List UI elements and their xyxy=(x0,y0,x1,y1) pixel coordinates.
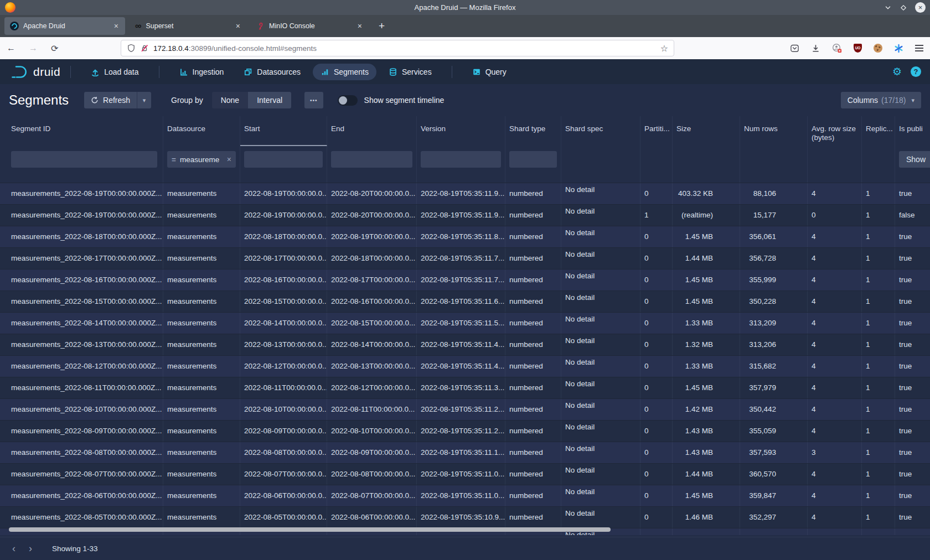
refresh-dropdown-button[interactable]: ▾ xyxy=(137,92,151,108)
druid-logo[interactable]: druid xyxy=(10,64,60,80)
col-header-end[interactable]: End xyxy=(327,116,417,146)
cell-datasource: measurements xyxy=(163,399,240,420)
table-row[interactable]: measurements_2022-08-09T00:00:00.000Z...… xyxy=(0,420,930,442)
datasource-filter-input[interactable]: = measureme × xyxy=(167,151,236,168)
table-row[interactable]: measurements_2022-08-16T00:00:00.000Z...… xyxy=(0,269,930,291)
cell-size: 1.45 MB xyxy=(673,226,740,247)
table-filter-row: = measureme × Show xyxy=(0,146,930,183)
col-header-partition[interactable]: Partiti... xyxy=(640,116,673,146)
cell-shard-type: numbered xyxy=(505,421,561,442)
tab-superset[interactable]: ∞ Superset × xyxy=(130,17,247,35)
start-filter-input[interactable] xyxy=(244,151,323,168)
cell-replicas: 1 xyxy=(862,183,895,204)
table-row[interactable]: measurements_2022-08-19T00:00:00.000Z...… xyxy=(0,204,930,226)
col-header-datasource[interactable]: Datasource xyxy=(163,116,240,146)
col-header-version[interactable]: Version xyxy=(417,116,505,146)
cell-shard-spec: No detail xyxy=(561,507,640,528)
columns-button[interactable]: Columns (17/18) ▾ xyxy=(841,92,921,108)
next-page-button[interactable]: › xyxy=(22,543,39,554)
new-tab-button[interactable]: + xyxy=(373,20,390,32)
tab-close-icon[interactable]: × xyxy=(356,22,363,30)
segment-timeline-toggle[interactable] xyxy=(338,95,358,106)
table-row[interactable]: measurements_2022-08-13T00:00:00.000Z...… xyxy=(0,334,930,355)
nav-item-datasources[interactable]: Datasources xyxy=(236,64,308,80)
group-by-interval-button[interactable]: Interval xyxy=(248,92,291,108)
segment-id-filter-input[interactable] xyxy=(11,151,157,168)
insecure-lock-icon[interactable] xyxy=(140,44,149,53)
table-row[interactable]: measurements_2022-08-19T00:00:00.000Z...… xyxy=(0,183,930,204)
extension-asterisk-icon[interactable] xyxy=(894,44,903,53)
cell-shard-spec: No detail xyxy=(561,485,640,506)
version-filter-input[interactable] xyxy=(421,151,501,168)
reload-button[interactable]: ⟳ xyxy=(44,43,65,54)
table-row[interactable]: measurements_2022-08-12T00:00:00.000Z...… xyxy=(0,355,930,377)
cell-size xyxy=(673,528,740,535)
horizontal-scrollbar[interactable] xyxy=(9,527,611,532)
forward-button[interactable]: → xyxy=(22,43,44,53)
tab-close-icon[interactable]: × xyxy=(113,22,120,30)
nav-item-services[interactable]: Services xyxy=(381,64,440,80)
download-icon[interactable] xyxy=(811,44,820,53)
tab-minio-console[interactable]: MinIO Console × xyxy=(251,17,369,35)
shard-type-filter-input[interactable] xyxy=(509,151,557,168)
table-row[interactable]: measurements_2022-08-18T00:00:00.000Z...… xyxy=(0,226,930,247)
cookie-extension-icon[interactable] xyxy=(874,44,882,53)
nav-item-query[interactable]: Query xyxy=(464,64,514,80)
prev-page-button[interactable]: ‹ xyxy=(6,543,22,554)
tab-close-icon[interactable]: × xyxy=(235,22,241,30)
url-bar[interactable]: 172.18.0.4:30899/unified-console.html#se… xyxy=(121,40,674,56)
druid-favicon xyxy=(10,22,19,30)
cell-shard-type: numbered xyxy=(505,507,561,528)
help-icon[interactable]: ? xyxy=(911,66,921,77)
col-header-is-published[interactable]: Is publi xyxy=(895,116,930,146)
col-header-avg-row-size[interactable]: Avg. row size (bytes) xyxy=(808,116,862,146)
minimize-icon[interactable] xyxy=(884,4,892,12)
back-button[interactable]: ← xyxy=(0,43,22,53)
col-header-segment-id[interactable]: Segment ID xyxy=(0,116,163,146)
more-options-button[interactable]: ••• xyxy=(304,92,323,108)
col-header-replicas[interactable]: Replic... xyxy=(862,116,895,146)
settings-gear-icon[interactable]: ⚙ xyxy=(892,65,902,78)
cell-num-rows: 357,593 xyxy=(740,442,808,463)
table-row[interactable]: measurements_2022-08-08T00:00:00.000Z...… xyxy=(0,442,930,463)
col-header-size[interactable]: Size xyxy=(673,116,740,146)
maximize-icon[interactable] xyxy=(900,4,907,12)
nav-item-segments[interactable]: Segments xyxy=(313,64,376,80)
table-row[interactable]: measurements_2022-08-11T00:00:00.000Z...… xyxy=(0,377,930,398)
nav-item-load-data[interactable]: Load data xyxy=(83,64,146,80)
bookmark-star-icon[interactable]: ☆ xyxy=(660,43,668,54)
shield-icon[interactable] xyxy=(127,44,136,53)
cell-is-published: false xyxy=(895,205,930,226)
ublock-origin-icon[interactable]: UO xyxy=(854,44,862,53)
table-row[interactable]: measurements_2022-08-15T00:00:00.000Z...… xyxy=(0,291,930,312)
is-published-filter-button[interactable]: Show xyxy=(899,151,930,168)
table-row[interactable]: measurements_2022-08-05T00:00:00.000Z...… xyxy=(0,506,930,528)
pocket-icon[interactable] xyxy=(790,44,799,53)
nav-item-ingestion[interactable]: Ingestion xyxy=(172,64,232,80)
account-extension-icon[interactable] xyxy=(832,43,842,53)
close-window-icon[interactable]: × xyxy=(915,2,926,13)
menu-hamburger-icon[interactable] xyxy=(915,45,923,51)
cell-segment-id: measurements_2022-08-10T00:00:00.000Z... xyxy=(0,399,163,420)
cell-is-published: true xyxy=(895,269,930,291)
cell-end: 2022-08-11T00:00:00.0... xyxy=(327,399,417,420)
cell-datasource: measurements xyxy=(163,313,240,334)
table-row[interactable]: measurements_2022-08-06T00:00:00.000Z...… xyxy=(0,485,930,506)
divider xyxy=(159,66,159,78)
col-header-num-rows[interactable]: Num rows xyxy=(740,116,808,146)
col-header-start[interactable]: Start xyxy=(240,116,327,146)
tab-apache-druid[interactable]: Apache Druid × xyxy=(4,17,125,35)
table-row[interactable]: measurements_2022-08-10T00:00:00.000Z...… xyxy=(0,398,930,420)
end-filter-input[interactable] xyxy=(331,151,412,168)
table-row[interactable]: measurements_2022-08-14T00:00:00.000Z...… xyxy=(0,312,930,334)
table-row[interactable]: measurements_2022-08-07T00:00:00.000Z...… xyxy=(0,463,930,485)
table-row[interactable]: measurements_2022-08-17T00:00:00.000Z...… xyxy=(0,247,930,269)
cell-avg-row-size: 4 xyxy=(808,399,862,420)
col-header-shard-type[interactable]: Shard type xyxy=(505,116,561,146)
col-header-shard-spec[interactable]: Shard spec xyxy=(561,116,640,146)
group-by-none-button[interactable]: None xyxy=(212,92,248,108)
clear-filter-icon[interactable]: × xyxy=(227,155,231,164)
divider xyxy=(70,66,71,78)
refresh-button[interactable]: Refresh xyxy=(84,92,137,108)
druid-wordmark: druid xyxy=(33,65,60,79)
